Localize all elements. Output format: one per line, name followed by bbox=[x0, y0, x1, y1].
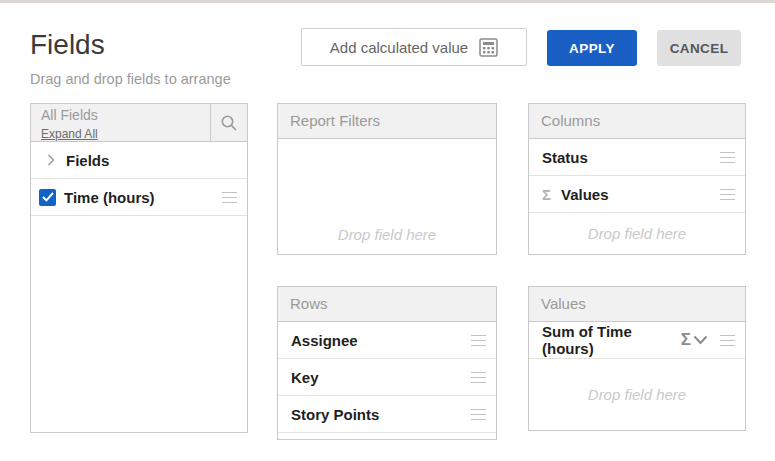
field-label: Status bbox=[542, 149, 588, 166]
drag-handle-icon[interactable] bbox=[222, 192, 237, 203]
drop-hint: Drop field here bbox=[588, 225, 686, 242]
value-field-sum-of-time-hours[interactable]: Sum of Time (hours) Σ bbox=[529, 322, 745, 359]
row-field-assignee[interactable]: Assignee bbox=[278, 322, 496, 359]
field-item-time-hours[interactable]: Time (hours) bbox=[31, 179, 247, 216]
row-field-key[interactable]: Key bbox=[278, 359, 496, 396]
drop-hint: Drop field here bbox=[588, 386, 686, 403]
cancel-button[interactable]: CANCEL bbox=[657, 30, 741, 66]
page-subtitle: Drag and drop fields to arrange bbox=[30, 71, 231, 87]
rows-panel: Rows Assignee Key Story Points bbox=[277, 286, 497, 440]
values-header: Values bbox=[529, 287, 745, 322]
drag-handle-icon[interactable] bbox=[720, 152, 735, 163]
add-calculated-value-button[interactable]: Add calculated value bbox=[301, 28, 527, 66]
field-label: Story Points bbox=[291, 406, 379, 423]
drag-handle-icon[interactable] bbox=[471, 409, 486, 420]
sigma-icon[interactable]: Σ bbox=[681, 330, 691, 350]
all-fields-panel: All Fields Expand All Fields bbox=[30, 103, 248, 433]
calculator-icon bbox=[479, 38, 498, 57]
expand-all-link[interactable]: Expand All bbox=[41, 127, 98, 141]
apply-button[interactable]: APPLY bbox=[547, 30, 637, 66]
sigma-icon: Σ bbox=[542, 186, 551, 203]
field-label: Sum of Time (hours) bbox=[542, 323, 681, 357]
tree-item-label: Fields bbox=[66, 152, 109, 169]
column-field-status[interactable]: Status bbox=[529, 139, 745, 176]
columns-panel: Columns Status Σ Values Drop field here bbox=[528, 103, 746, 255]
report-filters-drop-zone[interactable]: Drop field here bbox=[278, 139, 496, 254]
search-button[interactable] bbox=[210, 104, 247, 141]
report-filters-panel: Report Filters Drop field here bbox=[277, 103, 497, 255]
chevron-down-icon[interactable] bbox=[693, 335, 708, 345]
drag-handle-icon[interactable] bbox=[471, 372, 486, 383]
all-fields-header: All Fields Expand All bbox=[31, 104, 247, 142]
all-fields-title: All Fields bbox=[41, 107, 210, 124]
field-label: Assignee bbox=[291, 332, 358, 349]
drag-handle-icon[interactable] bbox=[471, 335, 486, 346]
rows-header: Rows bbox=[278, 287, 496, 322]
magnifier-icon bbox=[219, 113, 239, 133]
field-item-label: Time (hours) bbox=[64, 189, 155, 206]
values-drop-zone[interactable]: Drop field here bbox=[529, 359, 745, 430]
fields-configuration-dialog: Fields Drag and drop fields to arrange A… bbox=[0, 0, 775, 461]
chevron-right-icon bbox=[47, 154, 55, 166]
columns-drop-zone[interactable]: Drop field here bbox=[529, 213, 745, 254]
checkbox-checked-icon[interactable] bbox=[39, 189, 56, 206]
columns-header: Columns bbox=[529, 104, 745, 139]
tree-item-fields[interactable]: Fields bbox=[31, 142, 247, 179]
report-filters-header: Report Filters bbox=[278, 104, 496, 139]
column-field-values[interactable]: Σ Values bbox=[529, 176, 745, 213]
add-calculated-value-label: Add calculated value bbox=[330, 39, 468, 56]
drop-hint: Drop field here bbox=[278, 226, 496, 243]
page-title: Fields bbox=[30, 29, 105, 61]
field-label: Values bbox=[561, 186, 609, 203]
drag-handle-icon[interactable] bbox=[720, 335, 735, 346]
drag-handle-icon[interactable] bbox=[720, 189, 735, 200]
rows-drop-zone[interactable] bbox=[278, 433, 496, 439]
row-field-story-points[interactable]: Story Points bbox=[278, 396, 496, 433]
values-panel: Values Sum of Time (hours) Σ Drop field … bbox=[528, 286, 746, 431]
field-label: Key bbox=[291, 369, 319, 386]
